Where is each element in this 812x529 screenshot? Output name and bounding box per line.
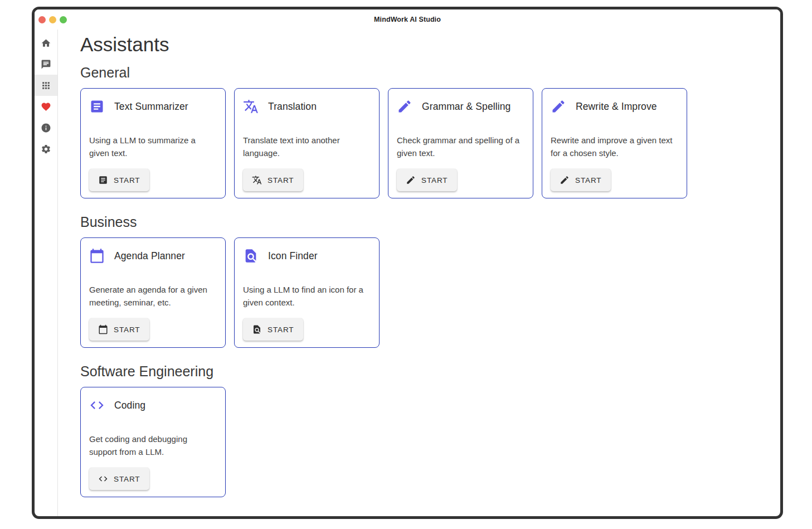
pencil-icon	[406, 175, 416, 185]
home-icon	[41, 38, 51, 48]
card-title: Icon Finder	[268, 250, 318, 262]
card-grid: CodingGet coding and debugging support f…	[80, 387, 767, 497]
section-title: Software Engineering	[80, 363, 767, 380]
sidebar-item-about[interactable]	[35, 117, 57, 138]
start-button-label: START	[114, 326, 140, 334]
assistant-card: Icon FinderUsing a LLM to find an icon f…	[234, 237, 380, 348]
card-header: Text Summarizer	[89, 99, 217, 114]
card-header: Rewrite & Improve	[551, 99, 678, 114]
start-button[interactable]: START	[89, 318, 149, 341]
card-grid: Agenda PlannerGenerate an agenda for a g…	[80, 237, 767, 348]
sidebar-item-favorites[interactable]	[35, 96, 57, 117]
card-description: Using a LLM to find an icon for a given …	[243, 284, 370, 309]
assistant-sections: GeneralText SummarizerUsing a LLM to sum…	[80, 64, 767, 497]
assistant-card: TranslationTranslate text into another l…	[234, 88, 380, 198]
section: GeneralText SummarizerUsing a LLM to sum…	[80, 64, 767, 198]
translate-icon	[243, 99, 259, 114]
start-button-label: START	[421, 176, 448, 185]
page-title: Assistants	[80, 33, 767, 56]
sidebar-item-chat[interactable]	[35, 54, 57, 75]
card-title: Agenda Planner	[114, 250, 185, 262]
screenshot-stage: MindWork AI Studio Assistants GeneralTex…	[0, 0, 812, 529]
find-in-page-icon	[252, 324, 262, 334]
main-content: Assistants GeneralText SummarizerUsing a…	[58, 30, 780, 516]
card-header: Coding	[89, 397, 217, 413]
card-header: Agenda Planner	[89, 248, 217, 264]
window-title: MindWork AI Studio	[374, 16, 441, 23]
titlebar: MindWork AI Studio	[35, 9, 780, 30]
start-button[interactable]: START	[89, 468, 149, 490]
close-window-button[interactable]	[38, 16, 46, 23]
start-button[interactable]: START	[243, 318, 303, 341]
card-title: Grammar & Spelling	[422, 101, 510, 113]
start-button-label: START	[575, 176, 602, 185]
assistant-card: CodingGet coding and debugging support f…	[80, 387, 226, 497]
gear-icon	[41, 144, 51, 154]
card-grid: Text SummarizerUsing a LLM to summarize …	[80, 88, 767, 198]
start-button[interactable]: START	[243, 169, 303, 191]
pencil-icon	[560, 175, 570, 185]
card-header: Translation	[243, 99, 371, 114]
traffic-lights	[38, 9, 67, 30]
chat-icon	[41, 59, 51, 70]
window-body: Assistants GeneralText SummarizerUsing a…	[35, 30, 780, 516]
section: Software EngineeringCodingGet coding and…	[80, 363, 767, 497]
card-title: Rewrite & Improve	[576, 101, 657, 113]
section: BusinessAgenda PlannerGenerate an agenda…	[80, 213, 767, 348]
find-in-page-icon	[243, 248, 259, 264]
calendar-icon	[89, 248, 105, 264]
start-button-label: START	[268, 176, 294, 185]
start-button[interactable]: START	[89, 169, 149, 191]
card-description: Using a LLM to summarize a given text.	[89, 134, 216, 159]
start-button-label: START	[114, 475, 140, 483]
heart-icon	[41, 101, 51, 112]
sidebar-item-settings[interactable]	[35, 138, 57, 159]
card-title: Coding	[114, 400, 145, 411]
calendar-icon	[98, 324, 108, 334]
card-header: Icon Finder	[243, 248, 371, 264]
article-icon	[89, 99, 105, 114]
code-icon	[89, 397, 105, 413]
app-window: MindWork AI Studio Assistants GeneralTex…	[32, 7, 783, 519]
card-title: Translation	[268, 101, 317, 113]
start-button[interactable]: START	[397, 169, 457, 191]
start-button-label: START	[114, 176, 140, 185]
card-description: Generate an agenda for a given meeting, …	[89, 284, 216, 309]
card-title: Text Summarizer	[114, 101, 188, 113]
section-title: Business	[80, 213, 767, 230]
card-description: Get coding and debugging support from a …	[89, 433, 216, 458]
start-button-label: START	[268, 326, 294, 334]
sidebar	[35, 30, 58, 516]
code-icon	[98, 474, 108, 484]
article-icon	[98, 175, 108, 185]
assistant-card: Agenda PlannerGenerate an agenda for a g…	[80, 237, 226, 348]
assistant-card: Grammar & SpellingCheck grammar and spel…	[388, 88, 533, 198]
section-title: General	[80, 64, 767, 81]
pencil-icon	[397, 99, 412, 114]
zoom-window-button[interactable]	[60, 16, 67, 23]
info-icon	[41, 123, 51, 133]
pencil-icon	[551, 99, 566, 114]
card-header: Grammar & Spelling	[397, 99, 524, 114]
card-description: Check grammar and spelling of a given te…	[397, 134, 524, 159]
assistant-card: Text SummarizerUsing a LLM to summarize …	[80, 88, 226, 198]
card-description: Rewrite and improve a given text for a c…	[551, 134, 678, 159]
minimize-window-button[interactable]	[49, 16, 56, 23]
start-button[interactable]: START	[551, 169, 611, 191]
card-description: Translate text into another language.	[243, 134, 370, 159]
sidebar-item-assistants[interactable]	[35, 75, 57, 96]
apps-grid-icon	[41, 80, 51, 91]
translate-icon	[252, 175, 262, 185]
sidebar-item-home[interactable]	[35, 32, 57, 54]
assistant-card: Rewrite & ImproveRewrite and improve a g…	[542, 88, 687, 198]
